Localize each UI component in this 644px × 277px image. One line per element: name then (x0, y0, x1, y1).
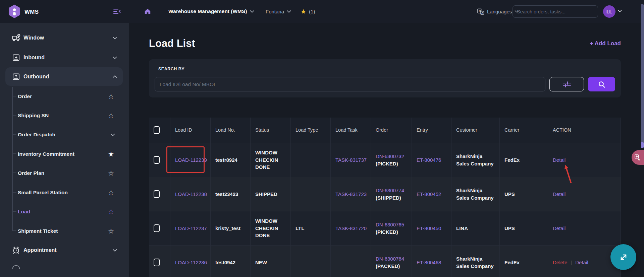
load-task-link[interactable]: TASK-831737 (335, 156, 367, 164)
sidebar-item-label: Outbound (23, 74, 49, 80)
wms-app: WMS Warehouse Management (WMS) Fontana (0, 0, 644, 277)
filter-button[interactable] (549, 77, 584, 91)
row-checkbox[interactable] (154, 156, 160, 164)
expand-fullscreen-button[interactable] (610, 244, 636, 270)
header-select-all-cell (149, 118, 170, 143)
order-status: (PACKED) (376, 263, 404, 270)
entry-link[interactable]: ET-800452 (417, 191, 441, 198)
app-logo[interactable]: WMS (8, 4, 39, 20)
chevron-down-icon (113, 247, 117, 253)
star-filled-icon[interactable]: ★ (108, 151, 114, 157)
column-header-status: Status (251, 118, 291, 143)
carrier-cell: FedEx (500, 143, 548, 177)
order-link[interactable]: DN-6300774 (376, 187, 404, 194)
collapse-sidebar-icon[interactable] (113, 0, 121, 23)
avatar-initials: LL (606, 9, 612, 14)
page-title: Load List (149, 38, 195, 50)
search-button[interactable] (588, 77, 615, 91)
entry-link[interactable]: ET-800468 (417, 259, 441, 266)
chevron-down-icon (250, 10, 254, 13)
load-id-link[interactable]: LOAD-112238 (175, 191, 207, 198)
languages-icon: G A (477, 8, 484, 15)
sidebar-item-label: Load (18, 209, 30, 215)
column-header-action: ACTION (548, 118, 621, 143)
sidebar-item-appointment[interactable]: Appointment (0, 240, 129, 260)
customer-cell: SharkNinja Sales Company (451, 143, 500, 177)
load-no-cell: kristy_test (211, 211, 251, 246)
location-label: Fontana (266, 9, 284, 14)
star-outline-icon[interactable]: ☆ (108, 112, 114, 119)
truck-clock-icon (12, 34, 21, 42)
star-outline-icon[interactable]: ☆ (108, 170, 114, 177)
translate-side-tab[interactable]: A (632, 150, 644, 165)
add-load-button[interactable]: + Add Load (590, 40, 621, 47)
action-divider: | (571, 259, 572, 266)
sidebar-item-small-parcel-station[interactable]: Small Parcel Station ☆ (0, 183, 129, 202)
row-checkbox[interactable] (154, 224, 160, 232)
detail-link[interactable]: Detail (553, 225, 566, 232)
app-switcher-menu[interactable]: Warehouse Management (WMS) (168, 0, 254, 23)
load-no-cell: testr8924 (211, 143, 251, 177)
load-task-link[interactable]: TASK-831723 (335, 191, 367, 198)
home-icon[interactable] (144, 0, 151, 23)
expand-icon (618, 252, 629, 263)
global-search-input[interactable] (513, 5, 598, 18)
avatar-chevron-icon[interactable] (618, 10, 622, 12)
sidebar-item-shipping-sn[interactable]: Shipping SN ☆ (0, 106, 129, 125)
load-id-link[interactable]: LOAD-112236 (175, 259, 207, 266)
load-search-input[interactable] (155, 77, 545, 91)
order-link[interactable]: DN-6300764 (376, 255, 404, 263)
carrier-cell: UPS (500, 211, 548, 246)
status-cell: WINDOW CHECKIN DONE (251, 211, 291, 246)
star-outline-icon[interactable]: ☆ (108, 93, 114, 100)
entry-link[interactable]: ET-800450 (417, 225, 441, 232)
column-header-load-type: Load Type (291, 118, 331, 143)
sidebar-item-order-dispatch[interactable]: Order Dispatch (0, 125, 129, 144)
location-menu[interactable]: Fontana (266, 0, 291, 23)
sidebar-item-outbound[interactable]: Outbound (0, 67, 129, 86)
star-outline-icon[interactable]: ☆ (108, 189, 114, 196)
scrollbar-thumb[interactable] (641, 4, 644, 148)
chevron-down-icon (111, 132, 115, 138)
sliders-filter-icon (562, 81, 571, 87)
sidebar-item-load[interactable]: Load ☆ (0, 202, 129, 221)
chevron-down-icon (113, 35, 117, 41)
outbound-icon (12, 73, 20, 81)
sidebar-item-label: Order Dispatch (18, 132, 55, 138)
star-outline-icon[interactable]: ☆ (108, 228, 114, 234)
sidebar-item-order-plan[interactable]: Order Plan ☆ (0, 163, 129, 183)
sidebar-item-inventory-commitment[interactable]: Inventory Commitment ★ (0, 144, 129, 163)
sidebar-item-order[interactable]: Order ☆ (0, 87, 129, 106)
status-cell: SHIPPED (251, 177, 291, 211)
load-task-link[interactable]: TASK-831720 (335, 225, 367, 232)
row-checkbox[interactable] (154, 259, 160, 266)
detail-link[interactable]: Detail (575, 259, 588, 266)
star-outline-icon[interactable]: ☆ (108, 208, 114, 215)
sidebar-item-window[interactable]: Window (0, 28, 129, 47)
detail-link[interactable]: Detail (553, 191, 566, 198)
avatar[interactable]: LL (603, 5, 615, 18)
row-checkbox[interactable] (154, 190, 160, 198)
order-link[interactable]: DN-6300765 (376, 221, 404, 228)
chevron-down-icon (113, 55, 117, 61)
load-id-link[interactable]: LOAD-112237 (175, 225, 207, 232)
entry-link[interactable]: ET-800476 (417, 156, 441, 164)
favorites-indicator[interactable]: ★ (1) (301, 0, 315, 23)
load-id-link[interactable]: LOAD-112239 (175, 156, 207, 164)
sidebar-item-label: Small Parcel Station (18, 190, 68, 196)
favorites-count: (1) (309, 9, 315, 14)
sidebar-item-inbound[interactable]: Inbound (0, 48, 129, 67)
search-icon (598, 81, 605, 88)
detail-link[interactable]: Detail (553, 156, 566, 164)
load-table: Load ID Load No. Status Load Type Load T… (149, 118, 621, 277)
sidebar-item-shipment-ticket[interactable]: Shipment Ticket ☆ (0, 221, 129, 240)
status-cell: WINDOW CHECKIN DONE (251, 143, 291, 177)
delete-link[interactable]: Delete (553, 259, 567, 266)
column-header-load-task: Load Task (331, 118, 371, 143)
app-logo-text: WMS (24, 9, 39, 15)
alarm-clock-icon (12, 246, 20, 254)
select-all-checkbox[interactable] (154, 126, 160, 134)
load-type-cell: LTL (291, 211, 331, 246)
top-bar: WMS Warehouse Management (WMS) Fontana (0, 0, 644, 23)
order-link[interactable]: DN-6300732 (376, 153, 404, 160)
